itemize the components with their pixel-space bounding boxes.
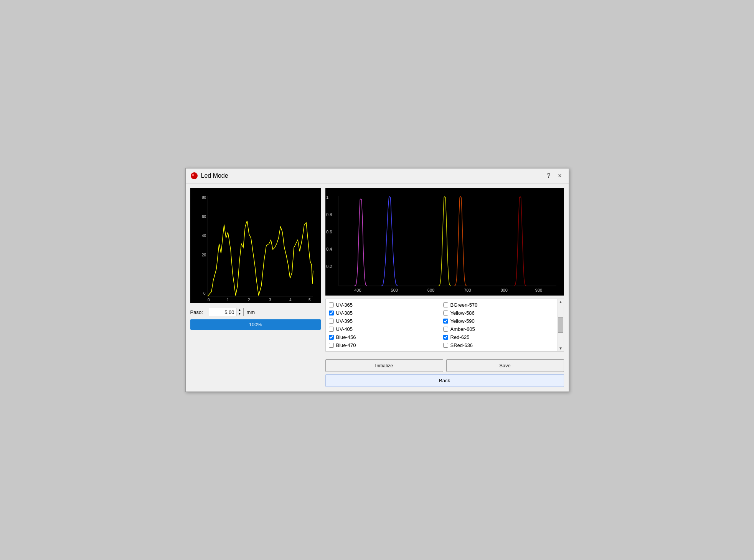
checkbox-uv-365[interactable]	[329, 302, 334, 307]
title-bar-left: Led Mode	[190, 172, 228, 180]
scrollbar-down[interactable]: ▼	[558, 345, 563, 351]
checkbox-yellow-590[interactable]	[443, 319, 448, 324]
paso-decrement[interactable]: ▼	[236, 312, 243, 316]
waveform-chart: 80 60 40 20 0 0 1 2 3 4 5	[190, 188, 321, 303]
check-item-sred-636[interactable]: SRed-636	[443, 342, 554, 348]
check-label-sred-636: SRed-636	[450, 342, 473, 348]
svg-text:800: 800	[500, 288, 507, 292]
scrollbar-thumb[interactable]	[558, 317, 563, 333]
paso-label: Paso:	[190, 309, 206, 315]
save-button[interactable]: Save	[446, 359, 564, 372]
check-item-red-625[interactable]: Red-625	[443, 334, 554, 340]
check-item-blue-470[interactable]: Blue-470	[329, 342, 440, 348]
check-label-yellow-590: Yellow-590	[450, 318, 475, 324]
checklist-wrapper: UV-365BGreen-570UV-385Yellow-586UV-395Ye…	[325, 299, 564, 352]
svg-point-1	[192, 174, 194, 176]
scrollbar: ▲ ▼	[558, 299, 564, 352]
svg-point-0	[191, 172, 198, 179]
svg-text:900: 900	[535, 288, 542, 292]
svg-text:600: 600	[427, 288, 434, 292]
checkbox-uv-385[interactable]	[329, 311, 334, 316]
svg-text:400: 400	[354, 288, 361, 292]
back-button[interactable]: Back	[325, 374, 564, 387]
check-label-uv-385: UV-385	[336, 310, 353, 316]
svg-text:0.8: 0.8	[326, 212, 332, 217]
scrollbar-up[interactable]: ▲	[558, 299, 563, 305]
check-label-blue-456: Blue-456	[336, 334, 356, 340]
check-label-uv-405: UV-405	[336, 326, 353, 332]
checkbox-red-625[interactable]	[443, 335, 448, 340]
paso-input-wrap: ▲ ▼	[209, 308, 244, 316]
paso-increment[interactable]: ▲	[236, 308, 243, 312]
waveform-svg: 80 60 40 20 0 0 1 2 3 4 5	[190, 188, 321, 303]
window-title: Led Mode	[201, 172, 228, 179]
svg-text:0.6: 0.6	[326, 230, 332, 234]
checklist-area: UV-365BGreen-570UV-385Yellow-586UV-395Ye…	[325, 299, 558, 352]
close-button[interactable]: ×	[556, 172, 564, 180]
paso-row: Paso: ▲ ▼ mm	[190, 308, 321, 316]
svg-text:40: 40	[202, 234, 206, 238]
svg-text:0.4: 0.4	[326, 247, 332, 251]
svg-text:700: 700	[464, 288, 471, 292]
checkbox-blue-456[interactable]	[329, 335, 334, 340]
check-label-uv-395: UV-395	[336, 318, 353, 324]
check-item-uv-385[interactable]: UV-385	[329, 310, 440, 316]
check-item-yellow-590[interactable]: Yellow-590	[443, 318, 554, 324]
check-item-uv-365[interactable]: UV-365	[329, 302, 440, 308]
left-panel: 80 60 40 20 0 0 1 2 3 4 5	[190, 188, 321, 387]
spectrum-chart: 1 0.8 0.6 0.4 0.2 400 500 600 700 800 90…	[325, 188, 564, 296]
svg-text:1: 1	[227, 298, 229, 302]
check-label-red-625: Red-625	[450, 334, 470, 340]
check-label-blue-470: Blue-470	[336, 342, 356, 348]
bottom-buttons: Initialize Save Back	[325, 356, 564, 387]
paso-unit: mm	[247, 309, 255, 315]
svg-text:4: 4	[289, 298, 292, 302]
svg-rect-15	[325, 188, 564, 296]
svg-text:3: 3	[269, 298, 271, 302]
checkbox-uv-395[interactable]	[329, 319, 334, 324]
check-item-amber-605[interactable]: Amber-605	[443, 326, 554, 332]
check-item-blue-456[interactable]: Blue-456	[329, 334, 440, 340]
check-label-amber-605: Amber-605	[450, 326, 475, 332]
svg-text:5: 5	[309, 298, 311, 302]
main-content: 80 60 40 20 0 0 1 2 3 4 5	[186, 183, 569, 392]
check-item-uv-395[interactable]: UV-395	[329, 318, 440, 324]
svg-text:2: 2	[248, 298, 250, 302]
svg-text:20: 20	[202, 253, 206, 257]
check-label-bgreen-570: BGreen-570	[450, 302, 478, 308]
check-label-uv-365: UV-365	[336, 302, 353, 308]
paso-input[interactable]	[209, 309, 236, 316]
checkbox-yellow-586[interactable]	[443, 311, 448, 316]
svg-text:80: 80	[202, 195, 206, 200]
checkbox-amber-605[interactable]	[443, 327, 448, 332]
check-item-uv-405[interactable]: UV-405	[329, 326, 440, 332]
initialize-button[interactable]: Initialize	[325, 359, 443, 372]
init-save-row: Initialize Save	[325, 359, 564, 372]
svg-text:1: 1	[326, 195, 328, 200]
svg-text:0.2: 0.2	[326, 264, 332, 269]
checkbox-sred-636[interactable]	[443, 343, 448, 348]
check-label-yellow-586: Yellow-586	[450, 310, 475, 316]
app-icon	[190, 172, 198, 180]
right-panel: 1 0.8 0.6 0.4 0.2 400 500 600 700 800 90…	[325, 188, 564, 387]
help-button[interactable]: ?	[544, 172, 553, 180]
svg-text:60: 60	[202, 215, 206, 219]
paso-spin: ▲ ▼	[236, 308, 243, 316]
checkbox-uv-405[interactable]	[329, 327, 334, 332]
title-bar-controls: ? ×	[544, 172, 564, 180]
checkbox-bgreen-570[interactable]	[443, 302, 448, 307]
progress-bar: 100%	[190, 319, 321, 330]
svg-text:0: 0	[208, 298, 210, 302]
checklist-grid: UV-365BGreen-570UV-385Yellow-586UV-395Ye…	[329, 302, 554, 348]
svg-text:0: 0	[203, 291, 206, 296]
progress-bar-wrap: 100%	[190, 319, 321, 330]
spectrum-svg: 1 0.8 0.6 0.4 0.2 400 500 600 700 800 90…	[325, 188, 564, 296]
svg-text:500: 500	[391, 288, 398, 292]
check-item-bgreen-570[interactable]: BGreen-570	[443, 302, 554, 308]
check-item-yellow-586[interactable]: Yellow-586	[443, 310, 554, 316]
title-bar: Led Mode ? ×	[186, 168, 569, 183]
led-mode-window: Led Mode ? × 80 60 40 20 0 0 1	[185, 168, 569, 392]
checkbox-blue-470[interactable]	[329, 343, 334, 348]
